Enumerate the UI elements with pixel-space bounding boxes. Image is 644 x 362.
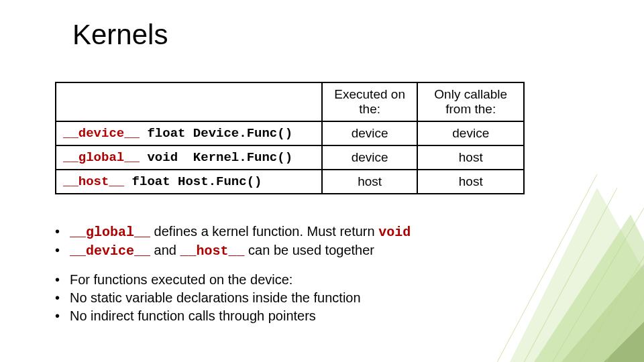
bullet-dot: •	[55, 289, 70, 307]
call-cell: host	[417, 170, 524, 194]
kw-host: __host__	[63, 174, 124, 189]
slide-title: Kernels	[72, 19, 168, 51]
list-item: • For functions executed on the device:	[55, 271, 411, 289]
svg-marker-1	[517, 215, 644, 362]
kw-host: __host__	[180, 243, 245, 259]
list-item: • No indirect function calls through poi…	[55, 307, 411, 325]
svg-marker-3	[577, 308, 644, 362]
kw-global: __global__	[70, 225, 150, 240]
bullet-text: __global__ defines a kernel function. Mu…	[70, 223, 411, 241]
kw-device: __device__	[70, 243, 150, 259]
svg-line-8	[590, 275, 644, 362]
bullet-dot: •	[55, 223, 70, 241]
text: and	[150, 243, 180, 257]
sig-cell: __global__ void Kernel.Func()	[56, 145, 322, 170]
list-item: • __global__ defines a kernel function. …	[55, 223, 411, 241]
bullet-dot: •	[55, 271, 70, 289]
bullet-text: No indirect function calls through point…	[70, 307, 316, 325]
svg-line-5	[510, 188, 617, 362]
text: can be used together	[245, 243, 374, 257]
slide: Kernels Executed on the: Only callable f…	[0, 0, 644, 362]
sig-rest: float Device.Func()	[140, 126, 292, 141]
table-row: __global__ void Kernel.Func() device hos…	[56, 145, 524, 170]
spacer	[55, 260, 411, 271]
sig-cell: __host__ float Host.Func()	[56, 170, 322, 194]
kw-void: void	[378, 225, 411, 240]
list-item: • __device__ and __host__ can be used to…	[55, 241, 411, 260]
header-exec: Executed on the:	[322, 82, 418, 121]
exec-cell: device	[322, 121, 418, 145]
kw-device: __device__	[63, 126, 140, 141]
svg-line-6	[537, 208, 644, 362]
header-blank	[56, 82, 322, 121]
sig-cell: __device__ float Device.Func()	[56, 121, 322, 145]
bullet-dot: •	[55, 307, 70, 325]
sig-rest: float Host.Func()	[124, 174, 262, 189]
svg-marker-2	[496, 188, 644, 362]
exec-cell: device	[322, 145, 418, 170]
text: defines a kernel function. Must return	[150, 224, 378, 239]
table-row: __host__ float Host.Func() host host	[56, 170, 524, 194]
sig-rest: void Kernel.Func()	[140, 150, 292, 165]
kernels-table: Executed on the: Only callable from the:…	[55, 82, 525, 194]
table-header-row: Executed on the: Only callable from the:	[56, 82, 524, 121]
svg-line-4	[483, 174, 597, 362]
svg-line-7	[564, 235, 644, 362]
bullet-text: For functions executed on the device:	[70, 271, 292, 289]
svg-marker-0	[550, 248, 644, 362]
header-call: Only callable from the:	[417, 82, 524, 121]
list-item: • No static variable declarations inside…	[55, 289, 411, 307]
kw-global: __global__	[63, 150, 140, 165]
call-cell: host	[417, 145, 524, 170]
bullet-list: • __global__ defines a kernel function. …	[55, 223, 411, 325]
table-row: __device__ float Device.Func() device de…	[56, 121, 524, 145]
call-cell: device	[417, 121, 524, 145]
bullet-text: __device__ and __host__ can be used toge…	[70, 241, 374, 260]
exec-cell: host	[322, 170, 418, 194]
bullet-text: No static variable declarations inside t…	[70, 289, 361, 307]
bullet-dot: •	[55, 241, 70, 259]
